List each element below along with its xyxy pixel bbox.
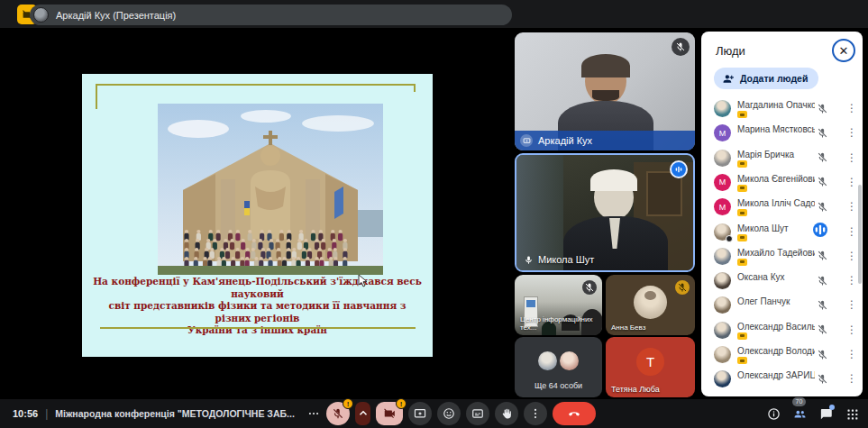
participant-row[interactable]: Олександр ЗАРИЦЬКИЙ⋮ [701,367,863,391]
raise-hand-button[interactable] [495,402,518,425]
presenting-icon [520,134,533,147]
mic-off-icon[interactable] [815,249,829,263]
slide-divider-line [100,327,416,329]
more-actions-icon[interactable]: ⋮ [845,174,858,190]
video-tile-anna-bevz[interactable]: Анна Бевз [606,275,695,335]
mic-off-icon[interactable] [815,175,829,189]
participant-row[interactable]: MМикола Ілліч Садовий⋮ [701,195,863,219]
banner-logo [526,300,535,307]
avatar [714,223,731,241]
avatar [714,296,731,314]
avatar: M [714,124,731,141]
mic-off-icon[interactable] [815,150,829,165]
participant-name: Магдалина Опачко [737,100,815,110]
chat-button[interactable] [817,405,835,423]
end-call-button[interactable] [553,402,596,425]
present-now-button[interactable] [408,402,432,425]
more-actions-icon[interactable]: ⋮ [845,100,858,116]
presenter-pill[interactable]: Аркадій Кух (Презентація) [30,5,512,25]
mic-off-icon[interactable] [815,101,829,115]
call-controls: !! [306,402,596,425]
mic-off-icon[interactable] [815,371,829,386]
participant-name: Михайло Тадейович М... [737,248,815,258]
video-tile-mykola-shut[interactable]: Микола Шут [515,153,695,272]
more-actions-icon[interactable]: ⋮ [845,346,858,362]
avatar [714,150,731,167]
more-messages-button[interactable] [306,402,321,425]
mic-off-icon[interactable] [815,347,829,361]
mic-badge-icon [726,235,733,242]
participant-name: Олександр Володими... [737,346,815,356]
tile-name-label: Тетяна Люба [611,385,660,394]
video-tile-center-info-tech[interactable]: Центр інформаційних тех... [515,275,602,335]
video-tile-arkadii-kukh[interactable]: Аркадій Кух [515,32,695,150]
activities-button[interactable] [843,405,861,423]
slide-frame-line [96,84,97,109]
speaking-indicator-icon [813,223,827,237]
participant-row[interactable]: Марія Бричка⋮ [701,146,863,170]
speaking-indicator-icon [670,160,688,178]
avatar [714,248,731,265]
participant-row[interactable]: MМикола Євгенійович Ч...⋮ [701,170,863,195]
video-tile-tetiana-liuba[interactable]: T Тетяна Люба [606,337,695,397]
participant-row[interactable]: Олександр Васильови...⋮ [701,318,863,342]
participant-name: Микола Ілліч Садовий [737,198,815,208]
captions-button[interactable] [466,402,489,425]
avatar-face [644,291,656,300]
more-options-button[interactable] [524,402,547,425]
shared-slide[interactable]: На конференції у Кам'янець-Подільський з… [82,74,433,357]
more-actions-icon[interactable]: ⋮ [845,322,858,338]
person-add-icon [723,73,735,85]
more-actions-icon[interactable]: ⋮ [845,370,858,387]
avatar [714,370,731,387]
status-badge [737,160,747,168]
participant-count-badge: 70 [792,397,806,406]
presenter-label: Аркадій Кух (Презентація) [56,10,176,21]
avatar [714,100,731,117]
participant-row[interactable]: MМарина Мястковська⋮ [701,121,863,145]
mic-off-icon[interactable] [815,297,829,312]
mic-off-icon[interactable] [815,273,829,287]
participant-name: Микола Шут [737,223,815,233]
mic-options-button[interactable] [355,402,370,425]
people-button[interactable]: 70 [790,405,809,423]
camera-button[interactable]: ! [376,402,403,425]
bottom-bar: 10:56 | Міжнародна конференція "МЕТОДОЛО… [0,399,868,428]
mic-off-icon[interactable] [815,199,829,214]
avatar [536,350,559,372]
participant-name: Оксана Кух [737,272,815,282]
participant-row[interactable]: Олег Панчук⋮ [701,293,863,317]
more-actions-icon[interactable]: ⋮ [845,150,858,166]
reactions-button[interactable] [437,402,461,425]
mic-off-icon[interactable] [815,125,829,140]
participant-row[interactable]: Оксана Кух⋮ [701,269,863,293]
mic-off-icon[interactable] [815,323,829,337]
meeting-details-button[interactable] [764,405,782,423]
participant-row[interactable]: Микола Шут⋮ [701,220,863,244]
more-actions-icon[interactable]: ⋮ [845,272,858,288]
panel-controls: 70 [764,399,861,428]
more-actions-icon[interactable]: ⋮ [845,198,858,214]
more-actions-icon[interactable]: ⋮ [845,296,858,313]
more-actions-icon[interactable]: ⋮ [845,223,858,240]
meeting-title: Міжнародна конференція "МЕТОДОЛОГІЧНЕ ЗА… [55,408,295,419]
microphone-button[interactable]: ! [326,402,350,425]
people-panel: Люди ✕ Додати людей Магдалина Опачко⋮MМа… [701,32,863,396]
more-actions-icon[interactable]: ⋮ [845,248,858,264]
status-badge [737,111,747,118]
avatar: M [714,174,731,191]
video-tile-more-people[interactable]: Ще 64 особи [515,337,602,397]
participant-name: Олександр Васильови... [737,322,815,332]
status-badge [737,209,747,216]
warning-badge: ! [396,398,407,409]
status-badge [737,185,747,192]
scrollbar[interactable] [858,185,862,284]
avatar-letter: T [636,348,664,376]
meeting-info: 10:56 | Міжнародна конференція "МЕТОДОЛО… [13,399,295,428]
participant-row[interactable]: Магдалина Опачко⋮ [701,96,863,121]
participant-row[interactable]: Михайло Тадейович М...⋮ [701,244,863,269]
more-actions-icon[interactable]: ⋮ [845,124,858,141]
participant-row[interactable]: Олександр Володими...⋮ [701,342,863,367]
close-icon[interactable]: ✕ [832,39,855,62]
slide-frame-line [96,84,416,86]
